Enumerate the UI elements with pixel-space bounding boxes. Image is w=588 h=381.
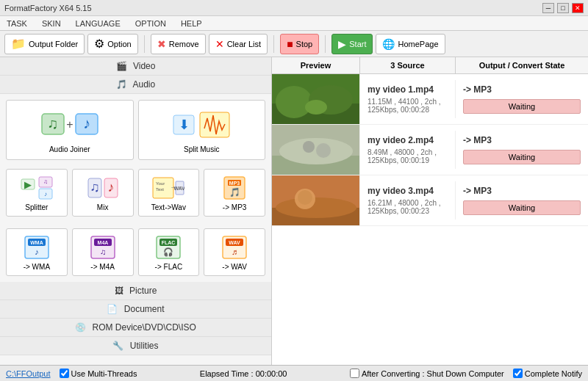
- picture-section-header[interactable]: 🖼 Picture: [0, 282, 271, 300]
- audio-joiner-tool[interactable]: ♫ + ♪ Audio Joiner: [6, 100, 134, 160]
- toolbar-separator-1: [144, 35, 145, 53]
- svg-text:♪: ♪: [83, 115, 90, 131]
- file-meta-2: 8.49M , 48000 , 2ch , 125Kbps, 00:00:19: [368, 148, 448, 164]
- svg-text:♫: ♫: [47, 115, 58, 131]
- mix-icon: ♫ ♪: [85, 174, 121, 202]
- close-button[interactable]: ✕: [572, 3, 584, 13]
- folder-icon: 📁: [11, 37, 26, 51]
- waiting-status-1: Waiting: [463, 99, 581, 114]
- start-label: Start: [349, 40, 366, 48]
- svg-text:▶: ▶: [24, 179, 32, 190]
- file-thumbnail-2: [272, 125, 360, 175]
- complete-notify-check[interactable]: [513, 369, 523, 378]
- file-list: my video 1.mp4 11.15M , 44100 , 2ch , 12…: [272, 74, 588, 365]
- stop-button[interactable]: ■ Stop: [280, 34, 319, 54]
- split-music-tool[interactable]: ⬇ Split Music: [138, 100, 266, 160]
- menu-help[interactable]: HELP: [177, 18, 206, 29]
- to-m4a-tool[interactable]: M4A ♫ -> M4A: [72, 228, 134, 276]
- after-converting-checkbox[interactable]: After Converting : Shut Down Computer: [350, 369, 504, 378]
- audio-section-header[interactable]: 🎵 Audio: [0, 76, 271, 94]
- svg-text:♫: ♫: [100, 247, 106, 256]
- svg-text:⬇: ⬇: [179, 117, 190, 132]
- to-wav-tool[interactable]: WAV ♬ -> WAV: [204, 228, 265, 276]
- video-section-header[interactable]: 🎬 Video: [0, 57, 271, 76]
- after-converting-label: After Converting : Shut Down Computer: [362, 369, 504, 378]
- file-name-3: my video 3.mp4: [368, 186, 448, 196]
- multi-threads-check[interactable]: [60, 369, 69, 378]
- file-name-1: my video 1.mp4: [368, 84, 448, 95]
- svg-text:♪: ♪: [44, 191, 47, 197]
- multi-threads-label: Use Multi-Threads: [71, 369, 137, 378]
- document-section-header[interactable]: 📄 Document: [0, 300, 271, 319]
- app-title: FormatFactory X64 5.15: [4, 4, 92, 12]
- file-output-1: -> MP3 Waiting: [456, 80, 588, 118]
- rom-section-header[interactable]: 💿 ROM Device\DVD\CD\ISO: [0, 319, 271, 337]
- svg-point-47: [276, 86, 312, 118]
- to-wav-icon: WAV ♬: [217, 233, 252, 261]
- source-column-header: 3 Source: [360, 57, 456, 73]
- toolbar-separator-3: [325, 35, 326, 53]
- table-row[interactable]: my video 3.mp4 16.21M , 48000 , 2ch , 12…: [272, 175, 588, 226]
- audio-tools-row3: WMA ♪ -> WMA M4A ♫ -> M4A: [0, 222, 271, 282]
- file-list-header: Preview 3 Source Output / Convert State: [272, 57, 588, 74]
- after-converting-check[interactable]: [350, 369, 359, 378]
- output-column-header: Output / Convert State: [456, 57, 588, 73]
- output-folder-button[interactable]: 📁 Output Folder: [4, 34, 85, 54]
- file-output-3: -> MP3 Waiting: [456, 181, 588, 219]
- menu-language[interactable]: LANGUAGE: [72, 18, 124, 29]
- svg-text:WAV: WAV: [229, 240, 240, 245]
- menu-task[interactable]: TASK: [3, 18, 31, 29]
- to-flac-tool[interactable]: FLAC 🎧 -> FLAC: [138, 228, 200, 276]
- output-path: C:\FFOutput: [6, 369, 51, 378]
- text-wav-icon: Your Text → WAV: [151, 174, 186, 202]
- file-output-2: -> MP3 Waiting: [456, 131, 588, 169]
- to-mp3-tool[interactable]: MP3 🎵 -> MP3: [204, 169, 265, 217]
- file-thumbnail-3: [272, 175, 360, 225]
- homepage-label: HomePage: [398, 40, 438, 48]
- audio-tools-row2: ▶ ♫ ♪ Splitter ♫ ♪: [0, 163, 271, 222]
- svg-text:WAV: WAV: [174, 186, 185, 191]
- preview-column-header: Preview: [272, 57, 360, 73]
- complete-notify-checkbox[interactable]: Complete Notify: [513, 369, 582, 378]
- menu-skin[interactable]: SKIN: [38, 18, 65, 29]
- svg-text:♬: ♬: [232, 247, 237, 256]
- menu-option[interactable]: OPTION: [132, 18, 170, 29]
- minimize-button[interactable]: ─: [542, 3, 554, 13]
- homepage-button[interactable]: 🌐 HomePage: [376, 34, 445, 54]
- clear-list-button[interactable]: ✕ Clear List: [209, 34, 268, 54]
- audio-section-icon: 🎵: [116, 79, 127, 90]
- svg-text:WMA: WMA: [30, 240, 43, 245]
- svg-text:MP3: MP3: [229, 181, 240, 186]
- picture-section-icon: 🖼: [115, 286, 123, 296]
- to-flac-icon: FLAC 🎧: [151, 233, 186, 261]
- svg-text:♪: ♪: [35, 247, 39, 256]
- file-meta-3: 16.21M , 48000 , 2ch , 125Kbps, 00:00:23: [368, 199, 448, 215]
- option-button[interactable]: ⚙ Option: [87, 34, 137, 54]
- svg-text:🎧: 🎧: [163, 247, 173, 257]
- multi-threads-checkbox[interactable]: Use Multi-Threads: [60, 369, 137, 378]
- clear-icon: ✕: [215, 38, 224, 50]
- audio-joiner-icon: ♫ + ♪: [40, 106, 99, 143]
- svg-point-49: [305, 100, 327, 115]
- elapsed-time: Elapsed Time : 00:00:00: [146, 369, 341, 378]
- waiting-status-3: Waiting: [463, 200, 581, 215]
- title-bar-controls: ─ □ ✕: [542, 3, 584, 13]
- start-button[interactable]: ▶ Start: [331, 34, 373, 54]
- left-panel: 🎬 Video 🎵 Audio ♫ + ♪ Audio Joi: [0, 57, 272, 365]
- output-format-3: -> MP3: [463, 186, 581, 196]
- table-row[interactable]: my video 2.mp4 8.49M , 48000 , 2ch , 125…: [272, 125, 588, 175]
- to-wma-tool[interactable]: WMA ♪ -> WMA: [6, 228, 68, 276]
- splitter-tool[interactable]: ▶ ♫ ♪ Splitter: [6, 169, 68, 217]
- text-wav-tool[interactable]: Your Text → WAV Text->Wav: [138, 169, 200, 217]
- remove-button[interactable]: ✖ Remove: [151, 34, 206, 54]
- split-music-icon: ⬇: [172, 106, 231, 143]
- table-row[interactable]: my video 1.mp4 11.15M , 44100 , 2ch , 12…: [272, 74, 588, 125]
- svg-point-53: [303, 141, 315, 153]
- mix-tool[interactable]: ♫ ♪ Mix: [72, 169, 134, 217]
- maximize-button[interactable]: □: [557, 3, 569, 13]
- svg-point-57: [276, 197, 356, 218]
- right-panel: Preview 3 Source Output / Convert State: [272, 57, 588, 365]
- svg-text:M4A: M4A: [97, 240, 108, 245]
- utilities-section-header[interactable]: 🔧 Utilities: [0, 337, 271, 355]
- title-bar: FormatFactory X64 5.15 ─ □ ✕: [0, 0, 588, 16]
